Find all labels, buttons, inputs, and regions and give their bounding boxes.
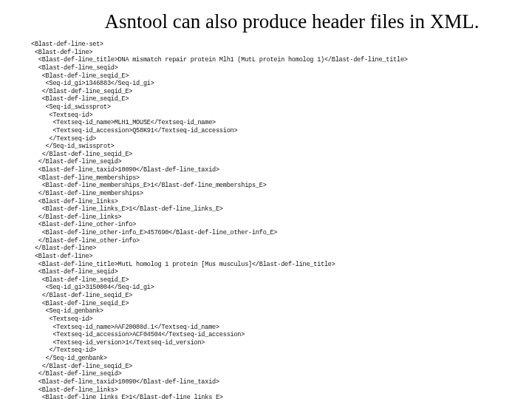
page-title: Asntool can also produce header files in… <box>66 10 517 33</box>
xml-code-block: <Blast-def-line-set> <Blast-def-line> <B… <box>31 41 517 399</box>
